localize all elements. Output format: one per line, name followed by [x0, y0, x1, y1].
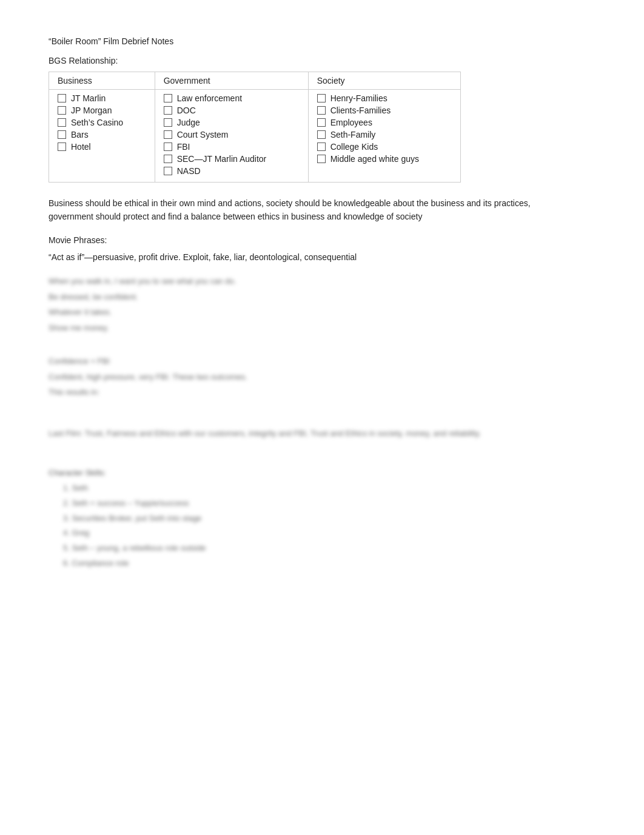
blurred-numbered-item: 6. Compliance role	[63, 557, 595, 570]
government-item: Judge	[164, 118, 300, 127]
government-item: Court System	[164, 130, 300, 139]
society-col: Henry-FamiliesClients-FamiliesEmployeesS…	[308, 90, 460, 183]
society-item: Middle aged white guys	[317, 154, 452, 164]
society-item: Henry-Families	[317, 93, 452, 103]
col-header-government: Government	[155, 72, 308, 90]
business-item: Hotel	[58, 142, 146, 152]
society-item: Clients-Families	[317, 106, 452, 115]
blurred-line: This results in:	[49, 386, 546, 398]
body-paragraph: Business should be ethical in their own …	[49, 197, 546, 223]
business-col: JT MarlinJP MorganSeth’s CasinoBarsHotel	[49, 90, 155, 183]
society-item: Employees	[317, 118, 452, 127]
blurred-numbered-item: 2. Seth + success – Yuppie/success	[63, 497, 595, 510]
society-item: College Kids	[317, 142, 452, 152]
blurred-line: Confidence + FBI	[49, 355, 546, 367]
blurred-line: Whatever it takes.	[49, 306, 546, 318]
blurred-numbered-item: 4. Greg	[63, 527, 595, 540]
document-title: “Boiler Room” Film Debrief Notes	[49, 36, 595, 46]
blurred-line: When you walk in, I want you to see what…	[49, 275, 546, 287]
society-item: Seth-Family	[317, 130, 452, 139]
government-col: Law enforcementDOCJudgeCourt SystemFBISE…	[155, 90, 308, 183]
blurred-section: Character Skills: 1. Seth2. Seth + succe…	[49, 468, 595, 570]
blurred-line: Be dressed, be confident.	[49, 291, 546, 303]
blurred-block-1: When you walk in, I want you to see what…	[49, 275, 546, 334]
blurred-block-2: Confidence + FBIConfident, high pressure…	[49, 355, 546, 398]
government-item: Law enforcement	[164, 93, 300, 103]
blurred-line: Show me money.	[49, 322, 546, 334]
bgs-table: Business Government Society JT MarlinJP …	[49, 72, 461, 183]
blurred-numbered-item: 3. Securities Broker, put Seth into stag…	[63, 512, 595, 525]
bgs-label: BGS Relationship:	[49, 56, 595, 65]
business-item: Bars	[58, 130, 146, 139]
government-item: SEC—JT Marlin Auditor	[164, 154, 300, 164]
blurred-line: Confident, high pressure, very FBI. Thes…	[49, 371, 546, 383]
blurred-numbered-item: 1. Seth	[63, 482, 595, 495]
blurred-paragraph: Last Film: Trust, Fairness and Ethics wi…	[49, 428, 546, 440]
business-item: JP Morgan	[58, 106, 146, 115]
business-item: Seth’s Casino	[58, 118, 146, 127]
blurred-long-paragraph: Last Film: Trust, Fairness and Ethics wi…	[49, 428, 546, 440]
government-item: NASD	[164, 166, 300, 176]
blurred-numbered-item: 5. Seth – young, a rebellious role outsi…	[63, 542, 595, 555]
business-item: JT Marlin	[58, 93, 146, 103]
col-header-business: Business	[49, 72, 155, 90]
government-item: FBI	[164, 142, 300, 152]
phrase-line: “Act as if”—persuasive, profit drive. Ex…	[49, 251, 546, 264]
government-item: DOC	[164, 106, 300, 115]
col-header-society: Society	[308, 72, 460, 90]
movie-phrases-label: Movie Phrases:	[49, 235, 595, 245]
